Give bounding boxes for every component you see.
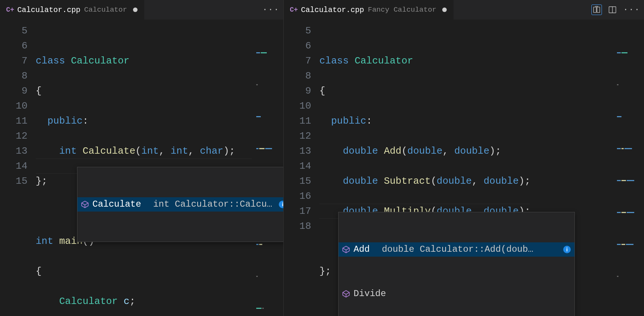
split-editor-icon[interactable] — [607, 5, 618, 15]
line-gutter: 5 6 7 8 9 10 11 12 13 14 15 16 17 18 — [284, 20, 319, 316]
line-number: 5 — [0, 23, 36, 38]
tab-filename: Calculator.cpp — [301, 6, 364, 14]
suggestion-item-divide[interactable]: Divide — [339, 287, 574, 301]
tab-actions: ··· — [262, 5, 280, 15]
suggestion-item-add[interactable]: Add double Calculator::Add(doub… i — [339, 242, 574, 257]
method-icon — [342, 290, 350, 298]
line-number: 14 — [284, 159, 319, 174]
line-number: 13 — [0, 144, 36, 159]
suggestion-label: Divide — [354, 286, 386, 301]
code-editor[interactable]: 5 6 7 8 9 10 11 12 13 14 15 class Calcul… — [0, 20, 283, 316]
line-number: 6 — [0, 38, 36, 53]
code-editor[interactable]: 5 6 7 8 9 10 11 12 13 14 15 16 17 18 cla… — [284, 20, 644, 316]
dirty-indicator-icon — [442, 8, 447, 12]
code-area[interactable]: class Calculator { public: int Calculate… — [36, 20, 283, 316]
cpp-file-icon: C+ — [7, 6, 14, 14]
line-number: 15 — [0, 174, 36, 189]
line-number: 11 — [0, 113, 36, 129]
method-icon — [342, 246, 350, 253]
line-number: 12 — [284, 129, 319, 144]
line-number: 8 — [284, 68, 319, 83]
svg-rect-2 — [594, 7, 596, 13]
line-number: 18 — [284, 219, 319, 234]
tab-bar: C+ Calculator.cpp Fancy Calculator ··· — [284, 0, 644, 20]
tab-subtitle: Fancy Calculator — [368, 6, 436, 14]
line-number: 16 — [284, 189, 319, 204]
minimap[interactable] — [615, 22, 642, 44]
tab-filename: Calculator.cpp — [17, 6, 80, 14]
line-number: 5 — [284, 23, 319, 38]
code-area[interactable]: class Calculator { public: double Add(do… — [319, 20, 644, 316]
line-number: 13 — [284, 144, 319, 159]
tab-calculator[interactable]: C+ Calculator.cpp Calculator — [0, 0, 145, 20]
tab-subtitle: Calculator — [84, 6, 127, 14]
dirty-indicator-icon — [133, 8, 138, 12]
intellisense-popup[interactable]: Calculate int Calculator::Calcu… i — [77, 167, 283, 242]
line-number: 7 — [284, 53, 319, 68]
compare-changes-icon[interactable] — [591, 5, 602, 15]
method-icon — [81, 201, 89, 208]
line-gutter: 5 6 7 8 9 10 11 12 13 14 15 — [0, 20, 36, 316]
suggestion-label: Add — [354, 242, 370, 257]
editor-pane-left: C+ Calculator.cpp Calculator ··· 5 6 7 8… — [0, 0, 284, 316]
tab-bar: C+ Calculator.cpp Calculator ··· — [0, 0, 283, 20]
suggestion-item-calculate[interactable]: Calculate int Calculator::Calcu… i — [77, 197, 283, 212]
line-number: 17 — [284, 204, 319, 219]
line-number: 8 — [0, 68, 36, 83]
suggestion-label: Calculate — [92, 197, 141, 212]
line-number: 15 — [284, 174, 319, 189]
suggestion-detail: double Calculator::Add(doub… — [382, 242, 556, 257]
more-actions-icon[interactable]: ··· — [262, 5, 280, 15]
minimap[interactable] — [255, 22, 281, 44]
svg-rect-3 — [597, 7, 600, 13]
line-number: 9 — [284, 83, 319, 98]
line-number: 9 — [0, 83, 36, 98]
editor-pane-right: C+ Calculator.cpp Fancy Calculator ··· 5… — [284, 0, 644, 316]
line-number: 10 — [284, 98, 319, 113]
tab-fancy-calculator[interactable]: C+ Calculator.cpp Fancy Calculator — [284, 0, 454, 20]
suggestion-detail: int Calculator::Calcu… — [153, 197, 272, 212]
line-number: 6 — [284, 38, 319, 53]
line-number: 10 — [0, 98, 36, 113]
line-number: 12 — [0, 129, 36, 144]
cpp-file-icon: C+ — [290, 6, 297, 14]
line-number: 14 — [0, 159, 36, 174]
line-number: 7 — [0, 53, 36, 68]
info-icon[interactable]: i — [563, 246, 571, 253]
intellisense-popup[interactable]: Add double Calculator::Add(doub… i Divid… — [338, 212, 575, 316]
line-number: 11 — [284, 113, 319, 129]
info-icon[interactable]: i — [279, 201, 283, 208]
tab-actions: ··· — [591, 5, 640, 15]
more-actions-icon[interactable]: ··· — [623, 5, 640, 15]
